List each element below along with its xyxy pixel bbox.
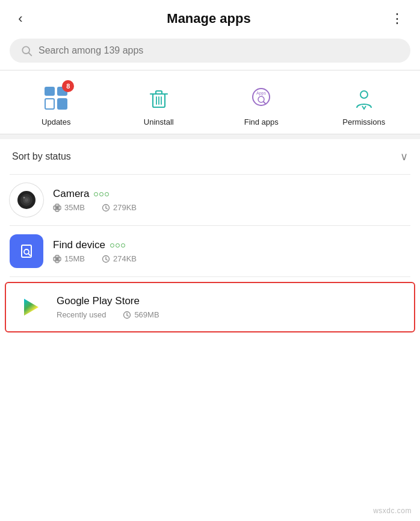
- playstore-app-info: Google Play Store Recently used 569MB: [57, 295, 407, 319]
- findapps-icon-wrap: Apps: [246, 83, 277, 114]
- camera-storage: 35MB: [53, 203, 85, 212]
- finddevice-cache: 274KB: [102, 254, 137, 263]
- updates-label: Updates: [42, 117, 70, 126]
- header: ‹ Manage apps ⋮: [0, 0, 420, 35]
- finddevice-app-info: Find device 15MB: [53, 239, 410, 263]
- camera-cache: 279KB: [102, 203, 137, 212]
- divider-2: [10, 276, 410, 277]
- search-input[interactable]: [39, 45, 400, 56]
- clock-icon-2: [102, 255, 110, 263]
- svg-point-12: [360, 91, 368, 98]
- search-bar[interactable]: [10, 39, 410, 63]
- playstore-storage: 569MB: [123, 310, 159, 319]
- finddevice-app-icon: [10, 234, 43, 268]
- svg-rect-20: [56, 207, 58, 209]
- svg-line-1: [29, 53, 32, 56]
- svg-point-16: [25, 198, 28, 202]
- gear-icon: [53, 204, 61, 212]
- back-button[interactable]: ‹: [10, 11, 31, 27]
- camera-storage-value: 35MB: [64, 203, 85, 212]
- gear-icon-2: [53, 255, 61, 263]
- svg-text:Apps: Apps: [256, 91, 266, 96]
- playstore-app-name: Google Play Store: [57, 295, 140, 307]
- app-item-playstore[interactable]: Google Play Store Recently used 569MB: [5, 282, 415, 332]
- camera-app-info: Camera 35MB: [53, 188, 410, 212]
- clock-icon: [102, 204, 110, 212]
- findapps-icon: Apps: [248, 85, 274, 111]
- playstore-app-icon: [13, 290, 47, 324]
- app-item-finddevice[interactable]: Find device 15MB: [0, 226, 420, 276]
- sort-row[interactable]: Sort by status ∨: [0, 139, 420, 174]
- quick-action-uninstall[interactable]: Uninstall: [135, 83, 183, 126]
- clock-icon-3: [123, 311, 131, 319]
- svg-rect-24: [16, 241, 37, 261]
- camera-app-icon: [10, 183, 43, 217]
- permissions-icon: [351, 85, 377, 111]
- quick-action-updates[interactable]: 8 Updates: [32, 83, 80, 126]
- page-title: Manage apps: [167, 11, 250, 27]
- svg-line-11: [264, 102, 265, 104]
- finddevice-app-meta: 15MB 274KB: [53, 254, 410, 263]
- permissions-icon-wrap: [348, 83, 380, 114]
- uninstall-label: Uninstall: [144, 117, 174, 126]
- svg-rect-4: [156, 91, 162, 94]
- permissions-label: Permissions: [342, 117, 385, 126]
- playstore-storage-value: 569MB: [134, 310, 159, 319]
- app-item-camera[interactable]: Camera 35MB: [0, 175, 420, 225]
- svg-line-33: [106, 259, 108, 260]
- app-list: Camera 35MB: [0, 175, 420, 332]
- finddevice-cache-value: 274KB: [113, 254, 137, 263]
- sort-label: Sort by status: [12, 151, 71, 162]
- quick-action-permissions[interactable]: Permissions: [340, 83, 388, 126]
- trash-icon: [147, 86, 171, 110]
- svg-marker-34: [24, 299, 39, 316]
- watermark: wsxdc.com: [373, 507, 412, 515]
- svg-rect-30: [56, 258, 58, 260]
- findapps-label: Find apps: [244, 117, 279, 126]
- sort-chevron-icon: ∨: [400, 150, 408, 163]
- finddevice-storage: 15MB: [53, 254, 85, 263]
- finddevice-storage-value: 15MB: [64, 254, 85, 263]
- camera-app-name: Camera: [53, 188, 89, 200]
- updates-badge: 8: [62, 80, 74, 92]
- playstore-recently-used: Recently used: [57, 310, 106, 319]
- quick-action-findapps[interactable]: Apps Find apps: [237, 83, 285, 126]
- section-divider-1: [0, 134, 420, 139]
- quick-actions-row: 8 Updates Uninstall Apps: [0, 70, 420, 134]
- playstore-recently-used-label: Recently used: [57, 310, 106, 319]
- camera-cache-value: 279KB: [113, 203, 137, 212]
- svg-line-37: [127, 315, 129, 316]
- finddevice-status-dots: [110, 243, 125, 248]
- more-button[interactable]: ⋮: [386, 11, 408, 27]
- search-icon: [20, 45, 32, 57]
- uninstall-icon-wrap: [143, 83, 174, 114]
- svg-point-17: [23, 197, 25, 199]
- search-bar-container: [0, 35, 420, 70]
- camera-app-meta: 35MB 279KB: [53, 203, 410, 212]
- camera-status-dots: [94, 192, 109, 196]
- svg-line-23: [106, 208, 108, 209]
- playstore-app-meta: Recently used 569MB: [57, 310, 407, 319]
- updates-icon-wrap: 8: [40, 83, 72, 114]
- finddevice-app-name: Find device: [53, 239, 105, 251]
